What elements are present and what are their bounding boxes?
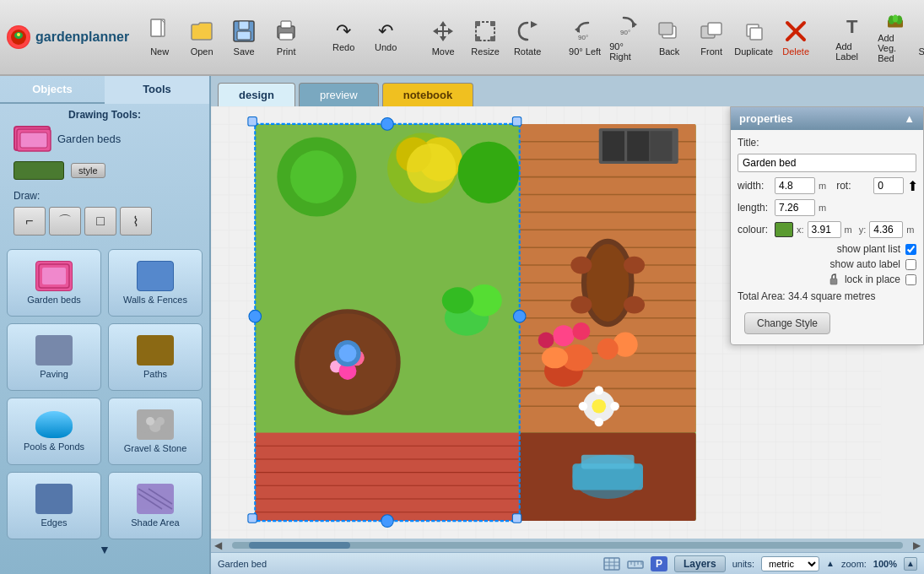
logo-icon — [7, 25, 30, 49]
show-auto-label-row: show auto label — [738, 258, 916, 270]
colour-swatch[interactable] — [775, 222, 793, 237]
undo-button[interactable]: ↶ Undo — [365, 7, 406, 68]
add-label-button[interactable]: T Add Label — [833, 7, 873, 68]
90left-button[interactable]: 90° 90° Left — [565, 7, 605, 68]
90right-button[interactable]: 90° 90° Right — [607, 7, 647, 68]
move-button[interactable]: Move — [423, 7, 463, 68]
save-button[interactable]: Save — [224, 7, 264, 68]
open-button[interactable]: Open — [181, 7, 222, 68]
svg-point-112 — [572, 322, 590, 340]
p-icon[interactable]: P — [651, 556, 667, 571]
hscroll-thumb[interactable] — [249, 542, 350, 549]
svg-rect-131 — [248, 117, 257, 126]
tab-preview[interactable]: preview — [299, 83, 379, 106]
lock-in-place-checkbox[interactable] — [905, 274, 916, 285]
length-row: length: m — [738, 199, 916, 216]
garden-beds-label: Garden beds — [57, 133, 121, 145]
sidebar-item-gravel-stone[interactable]: Gravel & Stone — [108, 398, 203, 465]
svg-point-124 — [570, 296, 592, 314]
colour-label: colour: — [738, 224, 771, 236]
svg-point-113 — [538, 332, 554, 348]
svg-rect-133 — [248, 514, 257, 523]
tab-tools[interactable]: Tools — [105, 76, 209, 104]
sidebar-item-paving[interactable]: Paving — [7, 323, 101, 391]
svg-text:90°: 90° — [578, 34, 588, 41]
shape-arc-button[interactable]: ⌒ — [49, 207, 81, 236]
svg-point-109 — [595, 418, 603, 426]
shape-square-button[interactable]: □ — [84, 207, 116, 236]
svg-rect-14 — [475, 36, 480, 41]
label-tools: T Add Label Add Veg. Bed Shadows — [833, 7, 924, 68]
lock-icon — [828, 273, 840, 285]
show-plant-list-checkbox[interactable] — [905, 244, 916, 255]
svg-rect-134 — [512, 514, 521, 523]
edges-item-label: Edges — [41, 517, 67, 528]
add-veg-bed-button[interactable]: Add Veg. Bed — [875, 7, 916, 68]
canvas-area: design preview notebook — [211, 76, 924, 574]
hscroll-left-arrow[interactable]: ◀ — [211, 539, 225, 551]
canvas-hscroll: ◀ ▶ — [211, 539, 924, 552]
sidebar-item-pools-ponds[interactable]: Pools & Ponds — [7, 398, 101, 465]
svg-rect-140 — [604, 558, 619, 570]
units-arrow-up[interactable]: ▲ — [826, 559, 835, 568]
transform-tools: Move Resize Rotate — [423, 7, 548, 68]
shape-freeform-button[interactable]: ⌇ — [120, 207, 152, 236]
sidebar-item-paths[interactable]: Paths — [108, 323, 203, 391]
change-style-button[interactable]: Change Style — [744, 312, 830, 334]
hscroll-right-arrow[interactable]: ▶ — [910, 539, 924, 551]
pools-ponds-item-label: Pools & Ponds — [24, 441, 84, 452]
canvas-tabs: design preview notebook — [211, 76, 924, 106]
svg-rect-119 — [602, 131, 624, 161]
rot-input[interactable] — [873, 177, 904, 194]
title-input[interactable] — [738, 154, 916, 172]
scroll-down-arrow[interactable]: ▼ — [7, 539, 203, 560]
layers-button[interactable]: Layers — [674, 555, 726, 572]
tab-objects[interactable]: Objects — [0, 76, 105, 104]
show-auto-label-label: show auto label — [830, 258, 900, 270]
ruler-icon — [627, 557, 644, 571]
sidebar-item-garden-beds[interactable]: Garden beds — [7, 249, 101, 317]
duplicate-button[interactable]: Duplicate — [733, 7, 774, 68]
shape-rect-button[interactable]: ⌐ — [14, 207, 46, 236]
svg-point-50 — [146, 417, 154, 425]
new-button[interactable]: New — [139, 7, 180, 68]
show-auto-label-checkbox[interactable] — [905, 259, 916, 270]
redo-button[interactable]: ↷ Redo — [323, 7, 364, 68]
back-button[interactable]: Back — [649, 7, 689, 68]
history-tools: ↷ Redo ↶ Undo — [323, 7, 406, 68]
grid-icon — [603, 557, 620, 571]
show-plant-list-label: show plant list — [837, 243, 900, 255]
style-button[interactable]: style — [71, 163, 105, 178]
zoom-up-button[interactable]: ▲ — [904, 557, 917, 571]
rotate-button[interactable]: Rotate — [507, 7, 548, 68]
x-unit: m — [845, 225, 852, 235]
rot-arrow[interactable]: ⬆ — [907, 178, 918, 194]
hscroll-track[interactable] — [232, 542, 903, 549]
file-tools: New Open Save Print — [139, 7, 306, 68]
width-input[interactable] — [775, 177, 815, 194]
svg-point-117 — [586, 244, 629, 322]
sidebar-item-walls-fences[interactable]: Walls & Fences — [108, 249, 203, 317]
sidebar-item-shade-area[interactable]: Shade Area — [108, 472, 203, 539]
x-input[interactable] — [808, 221, 841, 238]
tab-design[interactable]: design — [218, 83, 295, 106]
rot-label: rot: — [836, 180, 870, 192]
units-select[interactable]: metric imperial — [761, 556, 819, 571]
resize-icon — [472, 18, 499, 45]
sidebar-item-edges[interactable]: Edges — [7, 472, 101, 539]
prop-collapse-icon[interactable]: ▲ — [904, 112, 915, 125]
edges-icon — [35, 484, 73, 514]
style-swatch — [14, 161, 64, 180]
x-label: x: — [797, 225, 804, 235]
resize-button[interactable]: Resize — [465, 7, 505, 68]
front-button[interactable]: Front — [691, 7, 732, 68]
length-input[interactable] — [775, 199, 815, 216]
delete-button[interactable]: Delete — [775, 7, 816, 68]
print-button[interactable]: Print — [266, 7, 306, 68]
tab-notebook[interactable]: notebook — [382, 83, 474, 106]
y-input[interactable] — [869, 221, 903, 238]
svg-point-111 — [553, 325, 574, 346]
shadows-button[interactable]: Shadows — [917, 7, 924, 68]
move-icon — [430, 18, 457, 45]
y-unit: m — [906, 225, 914, 235]
